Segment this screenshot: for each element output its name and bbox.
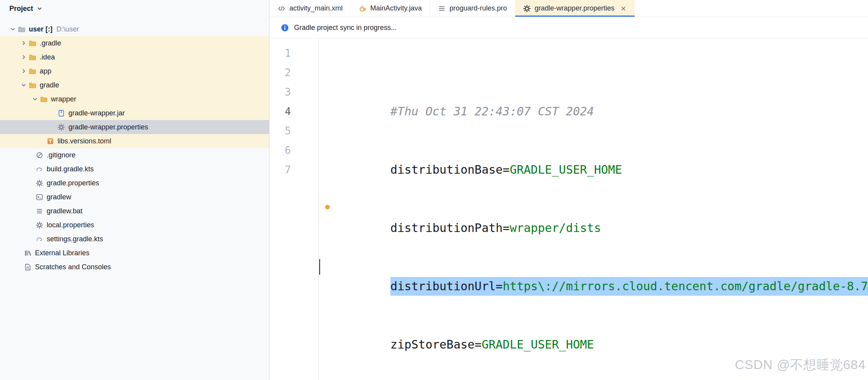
sidebar-item-external-libraries[interactable]: External Libraries <box>0 246 269 260</box>
tree-item-label: local.properties <box>47 221 94 229</box>
tree-item-label: settings.gradle.kts <box>47 235 103 243</box>
tab-main-activity-java[interactable]: MainActivity.java <box>351 0 430 17</box>
code-line[interactable]: zipStorePath=wrapper/dists <box>320 374 868 380</box>
tab-proguard-rules-pro[interactable]: proguard-rules.pro <box>430 0 515 17</box>
java-file-icon <box>359 5 366 12</box>
editor-tab-bar: activity_main.xml MainActivity.java prog… <box>270 0 868 17</box>
info-icon <box>281 24 289 32</box>
tab-gradle-wrapper-properties[interactable]: gradle-wrapper.properties <box>515 0 635 17</box>
project-panel-header[interactable]: Project <box>0 0 269 17</box>
tree-item-label: gradle.properties <box>47 179 99 187</box>
sidebar-item-gradle-wrapper-properties[interactable]: gradle-wrapper.properties <box>0 120 269 134</box>
sidebar-item-gradlew[interactable]: gradlew <box>0 190 269 204</box>
project-panel-title: Project <box>9 5 33 13</box>
gear-icon <box>523 5 531 12</box>
line-number-current: 4 <box>270 102 291 121</box>
gradle-file-icon <box>36 166 43 173</box>
property-value: GRADLE_USER_HOME <box>510 163 622 176</box>
sidebar-item-local-properties[interactable]: local.properties <box>0 218 269 232</box>
property-separator: = <box>496 279 503 293</box>
tree-item-path: D:\user <box>56 25 79 33</box>
line-number: 1 <box>270 44 291 63</box>
property-key: distributionBase <box>390 163 503 176</box>
sidebar-item-user-root[interactable]: user [:] D:\user <box>0 22 269 36</box>
line-number: 7 <box>270 160 291 180</box>
gear-icon <box>36 180 43 187</box>
property-separator: = <box>474 338 481 351</box>
chevron-right-icon[interactable] <box>19 53 29 61</box>
chevron-down-icon[interactable] <box>36 5 43 12</box>
code-line-selected[interactable]: distributionUrl=https\://mirrors.cloud.t… <box>320 257 868 277</box>
tree-item-label: build.gradle.kts <box>47 165 94 173</box>
code-line[interactable]: distributionPath=wrapper/dists <box>320 199 868 218</box>
property-value: GRADLE_USER_HOME <box>481 338 594 351</box>
property-separator: = <box>503 221 510 235</box>
tree-item-label: app <box>40 67 51 75</box>
tree-item-label: gradle-wrapper.jar <box>68 109 125 117</box>
scratches-icon <box>24 263 32 271</box>
ide-window: Project user [:] D:\user .gradle .idea <box>0 0 868 380</box>
tree-item-label: gradlew.bat <box>47 207 82 215</box>
chevron-right-icon[interactable] <box>19 67 29 75</box>
chevron-right-icon[interactable] <box>19 39 29 47</box>
text-file-icon <box>438 5 446 12</box>
folder-icon <box>29 82 36 89</box>
property-key: distributionPath <box>390 221 503 235</box>
sidebar-item-settings-gradle-kts[interactable]: settings.gradle.kts <box>0 232 269 246</box>
code-area[interactable]: #Thu Oct 31 22:43:07 CST 2024 distributi… <box>320 44 868 380</box>
sidebar-item-libs-versions-toml[interactable]: libs.versions.toml <box>0 134 269 148</box>
tree-item-label: .gradle <box>40 39 61 47</box>
sidebar-item-wrapper-folder[interactable]: wrapper <box>0 92 269 106</box>
folder-icon <box>29 40 36 47</box>
text-file-icon <box>36 207 43 215</box>
line-number: 5 <box>270 121 291 141</box>
notification-text: Gradle project sync in progress... <box>294 24 397 32</box>
tree-item-label: .gitignore <box>47 151 75 159</box>
close-icon[interactable] <box>620 5 627 12</box>
tab-activity-main-xml[interactable]: activity_main.xml <box>270 0 351 17</box>
text-caret <box>319 259 320 275</box>
sidebar-item-app[interactable]: app <box>0 64 269 78</box>
chevron-down-icon[interactable] <box>30 95 40 103</box>
sidebar-item-build-gradle-kts[interactable]: build.gradle.kts <box>0 162 269 176</box>
tab-label: proguard-rules.pro <box>450 4 507 12</box>
editor-gutter: 1 2 3 4 5 6 7 <box>270 39 318 380</box>
tree-item-label: External Libraries <box>35 249 89 257</box>
jar-file-icon <box>58 110 65 117</box>
property-value: https\://mirrors.cloud.tencent.com/gradl… <box>503 279 868 293</box>
sidebar-item-gradle-properties[interactable]: gradle.properties <box>0 176 269 190</box>
tab-label: MainActivity.java <box>370 4 422 12</box>
sidebar-item-idea[interactable]: .idea <box>0 50 269 64</box>
selection-highlight: distributionUrl=https\://mirrors.cloud.t… <box>390 277 868 296</box>
folder-icon <box>40 96 47 103</box>
tree-item-label: Scratches and Consoles <box>35 263 111 271</box>
sidebar-item-gitignore[interactable]: .gitignore <box>0 148 269 162</box>
chevron-down-icon[interactable] <box>8 25 18 33</box>
tree-item-label: user [:] <box>29 25 52 33</box>
tree-item-label: wrapper <box>51 95 76 103</box>
property-separator: = <box>503 163 510 176</box>
folder-icon <box>29 54 36 61</box>
sidebar-item-scratches-and-consoles[interactable]: Scratches and Consoles <box>0 260 269 274</box>
inspection-dot-icon <box>325 205 330 209</box>
code-line[interactable]: distributionBase=GRADLE_USER_HOME <box>320 141 868 160</box>
chevron-down-icon[interactable] <box>19 81 29 89</box>
sidebar-item-dot-gradle[interactable]: .gradle <box>0 36 269 50</box>
sidebar-item-gradle-folder[interactable]: gradle <box>0 78 269 92</box>
editor-pane: activity_main.xml MainActivity.java prog… <box>270 0 868 380</box>
tree-item-label: .idea <box>40 53 55 61</box>
ignore-file-icon <box>36 152 43 159</box>
code-line[interactable]: #Thu Oct 31 22:43:07 CST 2024 <box>320 82 868 102</box>
editor[interactable]: 1 2 3 4 5 6 7 #Thu Oct 31 22:43:07 CST 2… <box>270 39 868 380</box>
tab-label: gradle-wrapper.properties <box>535 4 614 12</box>
gear-icon <box>36 221 43 229</box>
line-number: 6 <box>270 141 291 160</box>
code-line[interactable]: zipStoreBase=GRADLE_USER_HOME <box>320 316 868 335</box>
toml-file-icon <box>47 138 54 145</box>
sidebar-item-gradle-wrapper-jar[interactable]: gradle-wrapper.jar <box>0 106 269 120</box>
tree-item-label: gradle <box>40 81 59 89</box>
property-value: wrapper/dists <box>510 221 601 235</box>
sidebar-item-gradlew-bat[interactable]: gradlew.bat <box>0 204 269 218</box>
tree-item-label: gradle-wrapper.properties <box>68 123 148 131</box>
gear-icon <box>58 124 65 131</box>
